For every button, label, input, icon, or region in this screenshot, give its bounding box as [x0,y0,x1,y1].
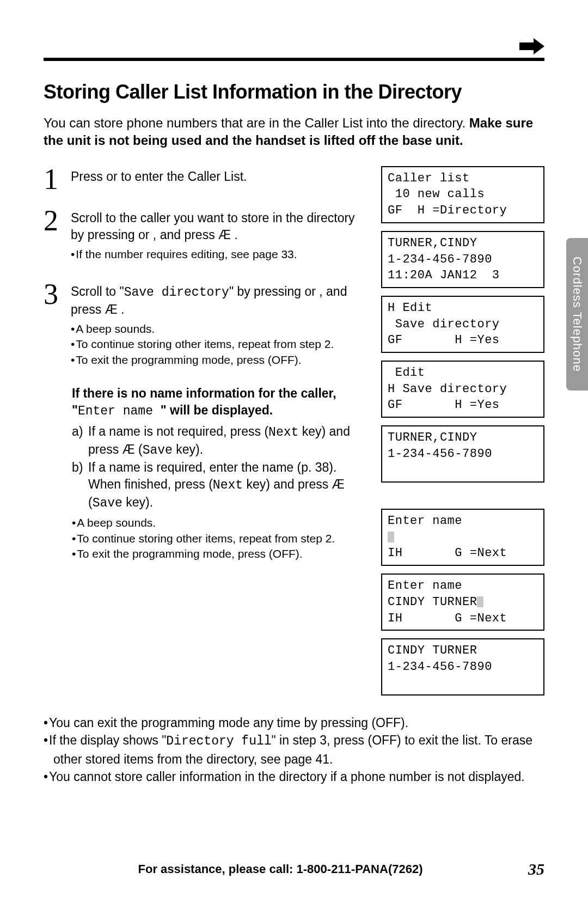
step-1: 1 Press or to enter the Caller List. [44,166,366,193]
n2-pre: If the display shows " [49,733,166,747]
b-save: Save [93,496,122,510]
lcd-display-3: H Edit Save directory GF H =Yes [381,296,544,353]
section-tab: Cordless Telephone [566,238,588,391]
no-name-block: If there is no name information for the … [44,383,366,562]
intro-paragraph: You can store phone numbers that are in … [44,114,544,150]
noname-bold-post: " will be displayed. [161,403,273,417]
item-a-label: a) [72,423,88,459]
note-2: If the display shows "Directory full" in… [44,731,544,767]
item-b-label: b) [72,459,88,512]
page-title: Storing Caller List Information in the D… [44,81,544,103]
footer-assistance: For assistance, please call: 1-800-211-P… [44,862,517,876]
noname-bullet-1: A beep sounds. [72,515,366,530]
notes-block: You can exit the programming mode any ti… [44,714,544,785]
d7-l3: IH G =Next [388,612,507,625]
intro-text: You can store phone numbers that are in … [44,115,465,130]
text-cursor-icon [388,532,394,542]
lcd-display-4: Edit H Save directory GF H =Yes [381,361,544,418]
b-post: key). [122,495,153,509]
lcd-display-7: Enter name CINDY TURNER IH G =Next [381,574,544,631]
noname-bullet-3: To exit the programming mode, press (OFF… [72,546,366,562]
lcd-display-8: CINDY TURNER 1-234-456-7890 [381,638,544,696]
step-3-text-mono: Save directory [124,285,229,300]
noname-mono: Enter name [78,404,161,418]
d6-l3: IH G =Next [388,546,507,560]
a-save: Save [143,443,173,457]
lcd-display-6: Enter name IH G =Next [381,509,544,566]
note-3: You cannot store caller information in t… [44,768,544,785]
d7-l1: Enter name [388,579,462,593]
a-next: Next [268,425,298,440]
note-1: You can exit the programming mode any ti… [44,714,544,731]
b-next: Next [213,478,243,492]
svg-marker-0 [519,38,544,54]
step-2-text: Scroll to the caller you want to store i… [71,211,355,242]
continue-arrow-icon [519,38,544,54]
step-2: 2 Scroll to the caller you want to store… [44,208,366,262]
a-post: key). [173,442,203,456]
step-3-bullet-1: A beep sounds. [71,321,366,337]
step-3-bullet-2: To continue storing other items, repeat … [71,337,366,352]
lcd-display-2: TURNER,CINDY 1-234-456-7890 11:20A JAN12… [381,231,544,288]
step-number: 3 [44,281,63,368]
lcd-display-5: TURNER,CINDY 1-234-456-7890 [381,425,544,483]
step-number: 1 [44,166,63,193]
step-2-bullet: If the number requires editing, see page… [71,247,366,262]
step-3-text-pre: Scroll to " [71,284,124,298]
step-3-bullet-3: To exit the programming mode, press (OFF… [71,352,366,368]
text-cursor-icon [477,596,483,607]
section-tab-label: Cordless Telephone [570,257,584,372]
d6-l1: Enter name [388,514,462,528]
lcd-display-1: Caller list 10 new calls GF H =Directory [381,166,544,223]
step-3: 3 Scroll to "Save directory" by pressing… [44,281,366,368]
a-pre: If a name is not required, press ( [88,424,268,438]
step-number: 2 [44,208,63,262]
page-number: 35 [517,860,544,879]
step-1-text: Press or to enter the Caller List. [71,166,247,193]
divider [44,58,544,61]
noname-bullet-2: To continue storing other items, repeat … [72,531,366,546]
d7-l2: CINDY TURNER [388,595,477,609]
n2-mono: Directory full [166,734,271,748]
